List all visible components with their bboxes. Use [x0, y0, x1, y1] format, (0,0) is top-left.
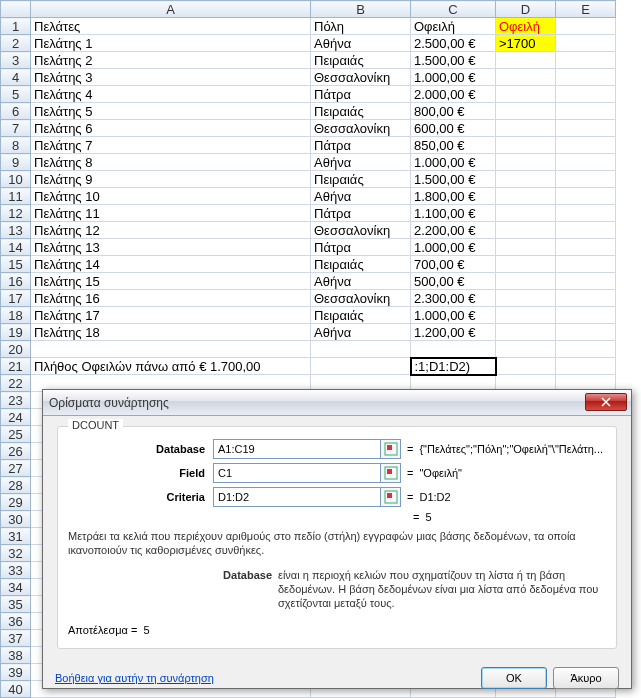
range-picker-database[interactable]	[381, 439, 401, 459]
row-header[interactable]: 6	[1, 103, 31, 120]
cell-C13[interactable]: 2.200,00 €	[411, 222, 496, 239]
col-header-B[interactable]: B	[311, 1, 411, 18]
cell-C5[interactable]: 2.000,00 €	[411, 86, 496, 103]
cell-A11[interactable]: Πελάτης 10	[31, 188, 311, 205]
cell-A20[interactable]	[31, 341, 311, 358]
cell-D5[interactable]	[496, 86, 556, 103]
row-header[interactable]: 24	[1, 409, 31, 426]
row-header[interactable]: 11	[1, 188, 31, 205]
row-header[interactable]: 1	[1, 18, 31, 35]
active-formula-cell[interactable]: :1;D1:D2)	[411, 358, 496, 375]
cell-D10[interactable]	[496, 171, 556, 188]
row-header[interactable]: 23	[1, 392, 31, 409]
row-header[interactable]: 9	[1, 154, 31, 171]
cell-E14[interactable]	[556, 239, 616, 256]
cell-D3[interactable]	[496, 52, 556, 69]
cell-B11[interactable]: Αθήνα	[311, 188, 411, 205]
row-header[interactable]: 4	[1, 69, 31, 86]
cell-A1[interactable]: Πελάτες	[31, 18, 311, 35]
row-header[interactable]: 3	[1, 52, 31, 69]
cell-C10[interactable]: 1.500,00 €	[411, 171, 496, 188]
arg-input-database[interactable]: A1:C19	[213, 439, 381, 459]
col-header-D[interactable]: D	[496, 1, 556, 18]
row-header[interactable]: 15	[1, 256, 31, 273]
row-header[interactable]: 34	[1, 579, 31, 596]
row-header[interactable]: 35	[1, 596, 31, 613]
cell-D15[interactable]	[496, 256, 556, 273]
close-button[interactable]	[585, 393, 627, 411]
corner-cell[interactable]	[1, 1, 31, 18]
cell-C1[interactable]: Οφειλή	[411, 18, 496, 35]
cell-D19[interactable]	[496, 324, 556, 341]
cell-E13[interactable]	[556, 222, 616, 239]
help-link[interactable]: Βοήθεια για αυτήν τη συνάρτηση	[55, 672, 214, 684]
row-header[interactable]: 29	[1, 494, 31, 511]
row-header[interactable]: 21	[1, 358, 31, 375]
cell-E15[interactable]	[556, 256, 616, 273]
cell-E4[interactable]	[556, 69, 616, 86]
cell-B13[interactable]: Θεσσαλονίκη	[311, 222, 411, 239]
cell-D7[interactable]	[496, 120, 556, 137]
cell-B6[interactable]: Πειραιάς	[311, 103, 411, 120]
cell-C9[interactable]: 1.000,00 €	[411, 154, 496, 171]
cell-E5[interactable]	[556, 86, 616, 103]
cell-B3[interactable]: Πειραιάς	[311, 52, 411, 69]
cell-E3[interactable]	[556, 52, 616, 69]
cell-A13[interactable]: Πελάτης 12	[31, 222, 311, 239]
cell-A10[interactable]: Πελάτης 9	[31, 171, 311, 188]
cell-A3[interactable]: Πελάτης 2	[31, 52, 311, 69]
cell-E9[interactable]	[556, 154, 616, 171]
cell-E12[interactable]	[556, 205, 616, 222]
cell-A16[interactable]: Πελάτης 15	[31, 273, 311, 290]
row-header[interactable]: 37	[1, 630, 31, 647]
cell-D14[interactable]	[496, 239, 556, 256]
cell-D11[interactable]	[496, 188, 556, 205]
cell-A12[interactable]: Πελάτης 11	[31, 205, 311, 222]
row-header[interactable]: 22	[1, 375, 31, 392]
arg-input-criteria[interactable]: D1:D2	[213, 487, 381, 507]
cell-C15[interactable]: 700,00 €	[411, 256, 496, 273]
cell-B2[interactable]: Αθήνα	[311, 35, 411, 52]
cell-B5[interactable]: Πάτρα	[311, 86, 411, 103]
cell-C16[interactable]: 500,00 €	[411, 273, 496, 290]
row-header[interactable]: 33	[1, 562, 31, 579]
cell-E17[interactable]	[556, 290, 616, 307]
cell-B8[interactable]: Πάτρα	[311, 137, 411, 154]
cell-A5[interactable]: Πελάτης 4	[31, 86, 311, 103]
cell-D6[interactable]	[496, 103, 556, 120]
cell-E10[interactable]	[556, 171, 616, 188]
cell-E1[interactable]	[556, 18, 616, 35]
arg-input-field[interactable]: C1	[213, 463, 381, 483]
row-header[interactable]: 40	[1, 681, 31, 698]
cell-C4[interactable]: 1.000,00 €	[411, 69, 496, 86]
cell-B9[interactable]: Αθήνα	[311, 154, 411, 171]
cell-E6[interactable]	[556, 103, 616, 120]
cell-B1[interactable]: Πόλη	[311, 18, 411, 35]
cell-E18[interactable]	[556, 307, 616, 324]
row-header[interactable]: 14	[1, 239, 31, 256]
row-header[interactable]: 25	[1, 426, 31, 443]
cell-A4[interactable]: Πελάτης 3	[31, 69, 311, 86]
cell-C17[interactable]: 2.300,00 €	[411, 290, 496, 307]
cell-D17[interactable]	[496, 290, 556, 307]
row-header[interactable]: 13	[1, 222, 31, 239]
cell-C8[interactable]: 850,00 €	[411, 137, 496, 154]
cell-D13[interactable]	[496, 222, 556, 239]
row-header[interactable]: 7	[1, 120, 31, 137]
row-header[interactable]: 18	[1, 307, 31, 324]
cell-B4[interactable]: Θεσσαλονίκη	[311, 69, 411, 86]
cell-C2[interactable]: 2.500,00 €	[411, 35, 496, 52]
cell-A19[interactable]: Πελάτης 18	[31, 324, 311, 341]
cell-E11[interactable]	[556, 188, 616, 205]
cell-A9[interactable]: Πελάτης 8	[31, 154, 311, 171]
cell-C19[interactable]: 1.200,00 €	[411, 324, 496, 341]
cell-B14[interactable]: Πάτρα	[311, 239, 411, 256]
cell-B15[interactable]: Πειραιάς	[311, 256, 411, 273]
dialog-titlebar[interactable]: Ορίσματα συνάρτησης	[43, 390, 631, 416]
row-header[interactable]: 16	[1, 273, 31, 290]
col-header-E[interactable]: E	[556, 1, 616, 18]
cell-A7[interactable]: Πελάτης 6	[31, 120, 311, 137]
cell-C6[interactable]: 800,00 €	[411, 103, 496, 120]
row-header[interactable]: 39	[1, 664, 31, 681]
cell-E8[interactable]	[556, 137, 616, 154]
